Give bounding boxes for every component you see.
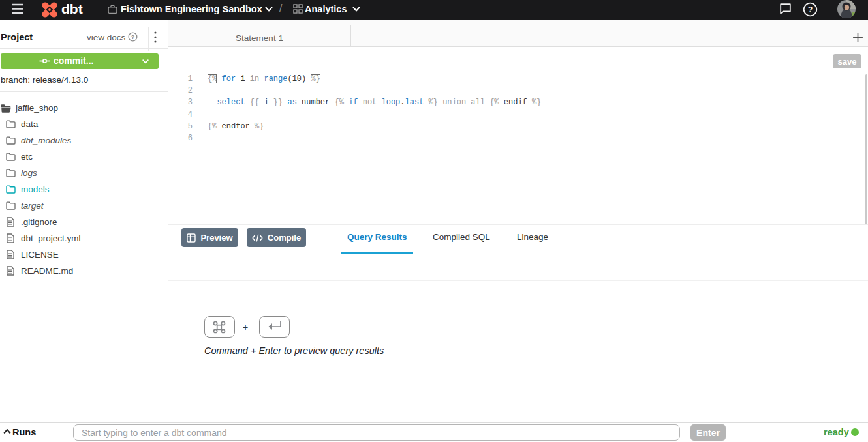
svg-text:?: ? — [131, 34, 134, 40]
svg-text:?: ? — [808, 5, 813, 14]
